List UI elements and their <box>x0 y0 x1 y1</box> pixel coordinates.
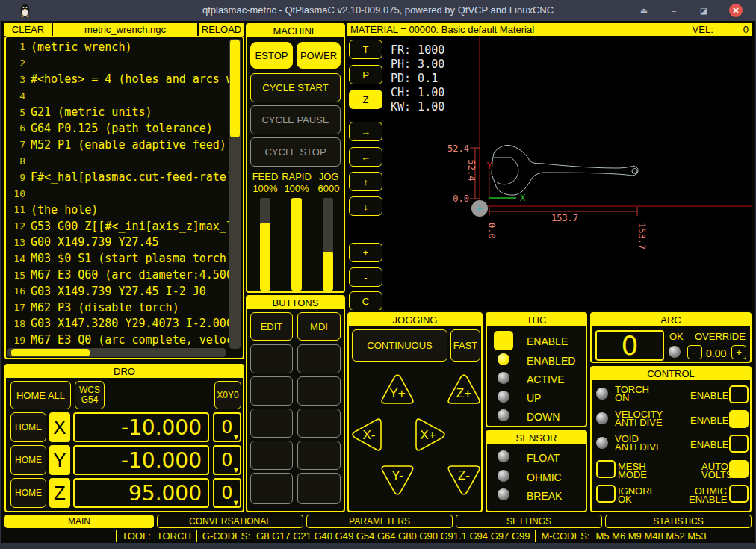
reload-button[interactable]: RELOAD <box>199 23 244 36</box>
void-enable-checkbox[interactable] <box>729 435 749 453</box>
zoom-out-button[interactable]: - <box>349 267 382 287</box>
pan-up-button[interactable]: ↑ <box>349 172 382 191</box>
jog-fast-button[interactable]: FAST <box>450 329 480 362</box>
view-top-button[interactable]: T <box>349 40 382 59</box>
tab-settings[interactable]: SETTINGS <box>456 515 602 528</box>
zero-x-dropdown[interactable]: 0▼ <box>213 412 241 442</box>
user-button-slot[interactable] <box>250 344 293 373</box>
cycle-start-button[interactable]: CYCLE START <box>250 73 341 102</box>
wcs-button[interactable]: WCSG54 <box>75 381 105 409</box>
horizontal-scroll-thumb[interactable] <box>11 349 90 356</box>
tab-statistics[interactable]: STATISTICS <box>605 515 752 528</box>
user-button-slot[interactable] <box>297 344 341 373</box>
user-button-slot[interactable] <box>297 409 341 438</box>
jog-speed-slider[interactable] <box>323 198 333 291</box>
clear-button[interactable]: CLEAR <box>4 23 52 36</box>
velocity-enable-checkbox[interactable] <box>729 410 749 428</box>
gcode-line[interactable]: 7M52 P1 (enable adaptive feed) <box>7 137 230 153</box>
edit-button[interactable]: EDIT <box>250 312 293 341</box>
cycle-pause-button[interactable]: CYCLE PAUSE <box>250 105 341 134</box>
user-button-slot[interactable] <box>297 473 341 504</box>
user-button-slot[interactable] <box>250 409 293 438</box>
rapid-override-slider[interactable] <box>291 198 302 291</box>
jog-y-minus-button[interactable]: Y- <box>380 463 415 497</box>
power-button[interactable]: POWER <box>297 42 341 69</box>
gcode-line[interactable]: 10 <box>7 185 230 202</box>
zoom-in-button[interactable]: + <box>349 243 382 262</box>
jog-x-plus-button[interactable]: X+ <box>413 418 447 452</box>
gcode-line[interactable]: 5G21 (metric units) <box>7 104 230 120</box>
zero-y-dropdown[interactable]: 0▼ <box>213 445 241 475</box>
gcode-line[interactable]: 1(metric wrench) <box>7 39 230 55</box>
cycle-stop-button[interactable]: CYCLE STOP <box>250 137 341 167</box>
ignore-ok-checkbox[interactable] <box>596 485 616 503</box>
user-button-slot[interactable] <box>250 441 293 470</box>
shade-icon[interactable]: ⏏ <box>638 4 650 16</box>
user-button-slot[interactable] <box>297 441 341 470</box>
gcode-line[interactable]: 3#<holes> = 4 (holes and arcs w <box>7 72 230 88</box>
gcode-line[interactable]: 13G00 X149.739 Y27.45 <box>7 235 230 251</box>
titlebar[interactable]: qtplasmac-metric - QtPlasmaC v2.10-009.0… <box>0 0 756 21</box>
gcode-lines[interactable]: 1(metric wrench) 2 3#<holes> = 4 (holes … <box>7 39 230 349</box>
view-perspective-button[interactable]: P <box>349 65 382 84</box>
dro-panel-header: DRO <box>6 365 243 378</box>
close-icon[interactable]: ✕ <box>729 4 743 17</box>
jog-z-minus-button[interactable]: Z- <box>447 463 481 497</box>
loaded-file-name[interactable]: metric_wrench.ngc <box>53 23 197 36</box>
pan-down-button[interactable]: ↓ <box>349 196 382 216</box>
gcode-line[interactable]: 6G64 P0.125 (path tolerance) <box>7 120 230 137</box>
auto-volts-checkbox[interactable] <box>729 460 749 478</box>
gcode-preview-canvas[interactable]: 52.4 52.4 0.0 153.7 0.0 153.7 Y X <box>347 36 752 310</box>
zero-z-dropdown[interactable]: 0▼ <box>213 478 241 508</box>
minimize-icon[interactable]: – <box>668 4 680 16</box>
vertical-scroll-thumb[interactable] <box>230 40 240 137</box>
gcode-line[interactable]: 2 <box>7 55 230 72</box>
estop-button[interactable]: ESTOP <box>250 42 293 69</box>
gcode-line[interactable]: 8 <box>7 153 230 170</box>
jog-x-minus-button[interactable]: X- <box>350 418 384 452</box>
gcode-line[interactable]: 19M67 E3 Q0 (arc complete, veloc <box>7 332 230 348</box>
gcode-line[interactable]: 17M62 P3 (disable torch) <box>7 300 230 316</box>
gcode-line[interactable]: 4 <box>7 87 230 104</box>
pan-right-button[interactable]: → <box>349 122 382 141</box>
jog-z-plus-button[interactable]: Z+ <box>447 372 481 406</box>
machine-panel-header: MACHINE <box>247 25 344 37</box>
thc-panel: THC ENABLE ENABLED ACTIVE UP DOWN <box>486 312 587 427</box>
gcode-line[interactable]: 12G53 G00 Z[[#<_ini[axis_z]max_l <box>7 218 230 235</box>
home-y-button[interactable]: HOME <box>10 445 46 475</box>
thc-enable-checkbox[interactable] <box>494 331 513 350</box>
home-z-button[interactable]: HOME <box>10 478 46 508</box>
gcode-viewer[interactable]: 1(metric wrench) 2 3#<holes> = 4 (holes … <box>4 36 244 359</box>
tab-parameters[interactable]: PARAMETERS <box>306 515 453 528</box>
tab-conversational[interactable]: CONVERSATIONAL <box>157 515 303 528</box>
user-button-slot[interactable] <box>250 473 293 504</box>
material-bar[interactable]: MATERIAL = 00000: Basic default Material… <box>347 23 752 36</box>
pan-left-button[interactable]: ← <box>349 147 382 167</box>
clear-view-button[interactable]: C <box>349 291 382 310</box>
torch-enable-checkbox[interactable] <box>729 385 749 403</box>
gcode-line[interactable]: 15M67 E3 Q60 (arc diameter:4.500 <box>7 267 230 283</box>
mesh-mode-checkbox[interactable] <box>596 460 616 478</box>
gcode-line[interactable]: 16G03 X149.739 Y27.45 I-2 J0 <box>7 283 230 300</box>
jog-y-plus-button[interactable]: Y+ <box>380 372 415 406</box>
gcode-line[interactable]: 14M03 $0 S1 (start plasma torch) <box>7 250 230 267</box>
gcode-line[interactable]: 18G03 X147.3280 Y29.4073 I-2.000 <box>7 316 230 332</box>
home-all-button[interactable]: HOME ALL <box>10 381 71 409</box>
feed-override-slider[interactable] <box>260 198 270 291</box>
user-button-slot[interactable] <box>250 376 293 406</box>
ohmic-enable-checkbox[interactable] <box>729 485 749 503</box>
jog-continuous-button[interactable]: CONTINUOUS <box>352 329 447 362</box>
x0y0-button[interactable]: X0Y0 <box>214 381 241 409</box>
arc-override-minus-button[interactable]: - <box>687 345 702 359</box>
home-x-button[interactable]: HOME <box>10 412 46 442</box>
arc-override-plus-button[interactable]: + <box>731 345 746 359</box>
user-button-slot[interactable] <box>297 376 341 406</box>
mdi-button[interactable]: MDI <box>297 312 341 341</box>
gcode-line[interactable]: 9F#<_hal[plasmac.cut-feed-rate] <box>7 169 230 185</box>
view-z-button[interactable]: Z <box>349 90 382 109</box>
gcode-horizontal-scrollbar[interactable] <box>7 348 226 357</box>
gcode-line[interactable]: 11(the hole) <box>7 202 230 218</box>
gcode-vertical-scrollbar[interactable] <box>229 39 241 349</box>
tab-main[interactable]: MAIN <box>4 515 154 528</box>
restore-icon[interactable]: ◪ <box>698 4 710 16</box>
